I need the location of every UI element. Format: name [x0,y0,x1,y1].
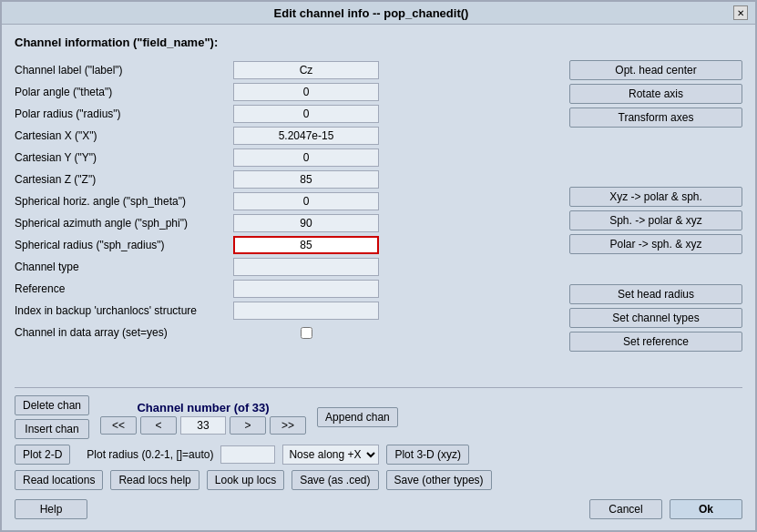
field-input-x[interactable] [233,127,379,145]
field-input-y[interactable] [233,148,379,167]
field-label-sph_phi: Spherical azimuth angle ("sph_phi") [15,217,233,230]
field-row-radius: Polar radius ("radius") [15,104,560,124]
field-label-z: Cartesian Z ("Z") [15,173,233,186]
field-row-y: Cartesian Y ("Y") [15,148,560,168]
field-input-z[interactable] [233,170,379,189]
field-row-indata: Channel in data array (set=yes) [15,322,560,343]
polar-sph-button[interactable]: Polar -> sph. & xyz [569,234,742,254]
field-row-ref: Reference [15,279,560,299]
main-window: Edit channel info -- pop_chanedit() ✕ Ch… [0,0,757,532]
prev-button[interactable]: < [140,416,177,435]
close-button[interactable]: ✕ [733,5,748,20]
ok-button[interactable]: Ok [670,499,742,519]
right-btn-group-1: Opt. head center Rotate axis Transform a… [569,60,742,128]
field-row-index: Index in backup 'urchanlocs' structure [15,301,560,321]
main-area: Channel label ("label")Polar angle ("the… [15,60,742,380]
footer-row: Help Cancel Ok [15,496,742,519]
delete-chan-button[interactable]: Delete chan [15,395,89,415]
set-channel-types-button[interactable]: Set channel types [569,308,742,328]
field-input-ref[interactable] [233,280,379,298]
window-title: Edit channel info -- pop_chanedit() [9,6,733,20]
channel-number-label: Channel number (of 33) [137,401,269,414]
nav-section: << < > >> [100,416,306,435]
nav-center: Channel number (of 33) << < > >> [100,401,306,435]
insert-chan-button[interactable]: Insert chan [15,419,89,439]
plot2d-button[interactable]: Plot 2-D [15,445,70,465]
right-btn-group-2: Xyz -> polar & sph. Sph. -> polar & xyz … [569,187,742,254]
channel-number-input[interactable] [180,416,226,435]
next-button[interactable]: > [230,416,266,435]
field-row-type: Channel type [15,257,560,277]
cancel-button[interactable]: Cancel [589,499,662,519]
field-label-indata: Channel in data array (set=yes) [15,326,233,339]
field-input-sph_phi[interactable] [233,214,379,232]
set-head-radius-button[interactable]: Set head radius [569,284,742,304]
field-label-x: Cartesian X ("X") [15,129,233,142]
field-input-index[interactable] [233,302,379,320]
field-label-theta: Polar angle ("theta") [15,86,233,98]
field-label-radius: Polar radius ("radius") [15,107,233,120]
field-input-sph_theta[interactable] [233,192,379,210]
transform-axes-button[interactable]: Transform axes [569,107,742,128]
right-panel: Opt. head center Rotate axis Transform a… [569,60,742,380]
append-col: Append chan [317,407,398,427]
field-input-label[interactable] [233,61,379,79]
section-title: Channel information ("field_name"): [15,36,742,49]
plot3d-button[interactable]: Plot 3-D (xyz) [386,445,469,465]
actions-row: Read locations Read locs help Look up lo… [15,470,742,490]
plot-row: Plot 2-D Plot radius (0.2-1, []=auto) No… [15,445,742,465]
channel-action-row: Delete chan Insert chan Channel number (… [15,395,742,439]
field-input-theta[interactable] [233,83,379,101]
plot-radius-input[interactable] [220,445,275,464]
sph-polar-button[interactable]: Sph. -> polar & xyz [569,210,742,230]
help-button[interactable]: Help [15,499,87,519]
bottom-section: Delete chan Insert chan Channel number (… [15,387,742,519]
field-row-sph_theta: Spherical horiz. angle ("sph_theta") [15,191,560,211]
set-reference-button[interactable]: Set reference [569,332,742,352]
next-next-button[interactable]: >> [270,416,306,435]
content-area: Channel information ("field_name"): Chan… [2,25,755,530]
xyz-polar-button[interactable]: Xyz -> polar & sph. [569,187,742,207]
opt-head-center-button[interactable]: Opt. head center [569,60,742,80]
prev-prev-button[interactable]: << [100,416,137,435]
field-label-label: Channel label ("label") [15,64,233,77]
field-row-z: Cartesian Z ("Z") [15,169,560,189]
checkbox-cell-indata [233,327,379,339]
field-label-ref: Reference [15,282,233,295]
field-row-sph_radius: Spherical radius ("sph_radius") [15,235,560,255]
left-col-btns: Delete chan Insert chan [15,395,89,439]
field-label-sph_radius: Spherical radius ("sph_radius") [15,239,233,251]
save-ced-button[interactable]: Save (as .ced) [292,470,378,490]
field-row-theta: Polar angle ("theta") [15,82,560,102]
field-label-type: Channel type [15,261,233,273]
field-row-sph_phi: Spherical azimuth angle ("sph_phi") [15,213,560,233]
checkbox-indata[interactable] [301,327,312,339]
read-locs-help-button[interactable]: Read locs help [110,470,199,490]
left-panel: Channel label ("label")Polar angle ("the… [15,60,560,380]
read-locations-button[interactable]: Read locations [15,470,103,490]
save-other-button[interactable]: Save (other types) [386,470,492,490]
field-label-y: Cartesian Y ("Y") [15,151,233,164]
nose-select[interactable]: Nose along +X Nose along +Y Nose along -… [282,445,379,465]
title-bar: Edit channel info -- pop_chanedit() ✕ [2,2,755,25]
field-row-label: Channel label ("label") [15,60,560,80]
field-label-sph_theta: Spherical horiz. angle ("sph_theta") [15,195,233,208]
look-up-locs-button[interactable]: Look up locs [207,470,284,490]
append-chan-button[interactable]: Append chan [317,407,398,427]
plot-radius-label: Plot radius (0.2-1, []=auto) [87,448,213,461]
field-input-sph_radius[interactable] [233,236,379,254]
right-btn-group-3: Set head radius Set channel types Set re… [569,284,742,352]
field-input-type[interactable] [233,258,379,276]
field-input-radius[interactable] [233,105,379,123]
rotate-axis-button[interactable]: Rotate axis [569,84,742,104]
field-row-x: Cartesian X ("X") [15,126,560,146]
field-label-index: Index in backup 'urchanlocs' structure [15,304,233,317]
